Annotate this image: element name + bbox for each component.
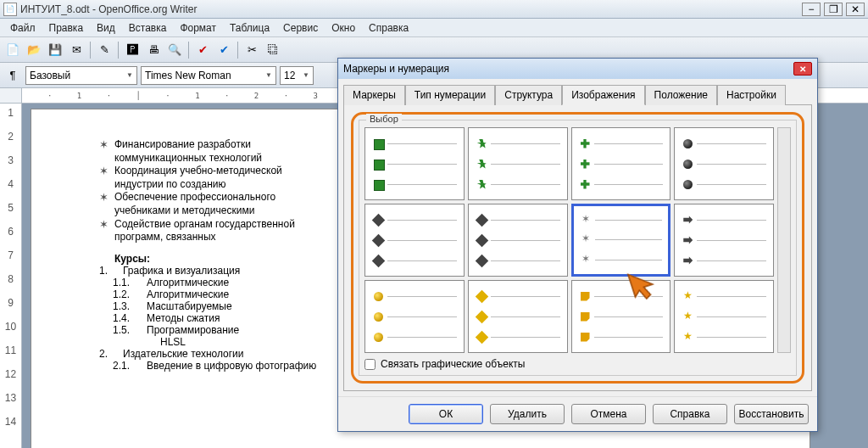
tab-numbering-type[interactable]: Тип нумерации xyxy=(405,85,495,105)
font-size-value: 12 xyxy=(284,70,295,81)
chevron-down-icon: ▼ xyxy=(123,71,133,79)
menu-view[interactable]: Вид xyxy=(92,20,120,36)
bullet-option-yellow-diamond[interactable] xyxy=(468,280,568,353)
pdf-icon[interactable]: 🅿 xyxy=(123,41,142,59)
close-button[interactable]: ✕ xyxy=(846,3,865,16)
selection-group-label: Выбор xyxy=(366,114,402,124)
dialog-close-button[interactable]: ✕ xyxy=(793,62,812,76)
tab-bullets[interactable]: Маркеры xyxy=(343,85,405,105)
menu-tools[interactable]: Сервис xyxy=(278,20,323,36)
new-icon[interactable]: 📄 xyxy=(3,41,22,59)
chevron-down-icon: ▼ xyxy=(262,71,272,79)
bullet-option-gray-star[interactable] xyxy=(571,204,671,277)
grid-scrollbar[interactable] xyxy=(777,127,791,353)
preview-icon[interactable]: 🔍 xyxy=(165,41,184,59)
tab-outline[interactable]: Структура xyxy=(495,85,562,105)
bullets-numbering-dialog: Маркеры и нумерация ✕ Маркеры Тип нумера… xyxy=(337,58,818,432)
edit-icon[interactable]: ✎ xyxy=(95,41,114,59)
menu-edit[interactable]: Правка xyxy=(44,20,89,36)
paragraph-style-value: Базовый xyxy=(30,70,70,81)
dialog-buttons: ОК Удалить Отмена Справка Восстановить xyxy=(338,396,817,431)
bullet-option-green-person[interactable] xyxy=(468,127,568,200)
bullet-option-yellow-folder[interactable] xyxy=(571,280,671,353)
bullet-option-yellow-ball[interactable] xyxy=(364,280,465,353)
minimize-button[interactable]: − xyxy=(802,3,821,16)
menu-format[interactable]: Формат xyxy=(175,20,221,36)
document-icon: 📄 xyxy=(3,3,17,16)
open-icon[interactable]: 📂 xyxy=(25,41,43,59)
maximize-button[interactable]: ❐ xyxy=(824,3,843,16)
bullet-option-black-arrow[interactable] xyxy=(674,204,774,277)
font-name-combo[interactable]: Times New Roman▼ xyxy=(141,66,276,85)
tab-position[interactable]: Положение xyxy=(645,85,717,105)
font-name-value: Times New Roman xyxy=(145,70,231,81)
bullet-option-black-diamond-2[interactable] xyxy=(468,204,568,277)
highlighted-frame: Выбор xyxy=(351,112,804,384)
dialog-title: Маркеры и нумерация xyxy=(343,63,449,75)
bullet-option-green-plus[interactable] xyxy=(571,127,671,200)
link-graphics-checkbox[interactable] xyxy=(364,359,376,370)
delete-button[interactable]: Удалить xyxy=(490,404,565,424)
help-button[interactable]: Справка xyxy=(653,404,727,424)
mail-icon[interactable]: ✉ xyxy=(67,41,86,59)
link-graphics-label: Связать графические объекты xyxy=(381,358,525,370)
font-size-combo[interactable]: 12▼ xyxy=(280,66,314,85)
cut-icon[interactable]: ✂ xyxy=(242,41,261,59)
bullet-option-black-diamond[interactable] xyxy=(364,204,465,277)
bullet-option-green-square[interactable] xyxy=(364,127,465,200)
autospell-icon[interactable]: ✔ xyxy=(214,41,233,59)
menu-insert[interactable]: Вставка xyxy=(124,20,172,36)
selection-group: Выбор xyxy=(359,120,797,376)
tab-graphics[interactable]: Изображения xyxy=(562,85,644,105)
menu-help[interactable]: Справка xyxy=(364,20,414,36)
window-title: ИНТУИТ_8.odt - OpenOffice.org Writer xyxy=(20,3,802,15)
menu-file[interactable]: Файл xyxy=(5,20,41,36)
menu-table[interactable]: Таблица xyxy=(225,20,275,36)
titlebar: 📄 ИНТУИТ_8.odt - OpenOffice.org Writer −… xyxy=(0,0,868,19)
bullet-image-grid xyxy=(364,127,774,353)
copy-icon[interactable]: ⿻ xyxy=(264,41,282,59)
dialog-tabs: Маркеры Тип нумерации Структура Изображе… xyxy=(338,79,817,104)
menubar: Файл Правка Вид Вставка Формат Таблица С… xyxy=(0,19,868,37)
bullet-option-yellow-star[interactable] xyxy=(674,280,774,353)
dialog-titlebar[interactable]: Маркеры и нумерация ✕ xyxy=(338,59,817,79)
bullet-option-black-ball[interactable] xyxy=(674,127,774,200)
save-icon[interactable]: 💾 xyxy=(46,41,64,59)
menu-window[interactable]: Окно xyxy=(326,20,360,36)
tab-options[interactable]: Настройки xyxy=(717,85,786,105)
cancel-button[interactable]: Отмена xyxy=(571,404,646,424)
vertical-ruler[interactable]: 1234567891011121314 xyxy=(0,104,22,448)
chevron-down-icon: ▼ xyxy=(299,71,309,79)
reset-button[interactable]: Восстановить xyxy=(734,404,809,424)
styles-icon[interactable]: ¶ xyxy=(3,66,22,85)
ok-button[interactable]: ОК xyxy=(409,404,483,424)
spellcheck-icon[interactable]: ✔ xyxy=(193,41,212,59)
print-icon[interactable]: 🖶 xyxy=(144,41,163,59)
paragraph-style-combo[interactable]: Базовый▼ xyxy=(25,66,137,85)
